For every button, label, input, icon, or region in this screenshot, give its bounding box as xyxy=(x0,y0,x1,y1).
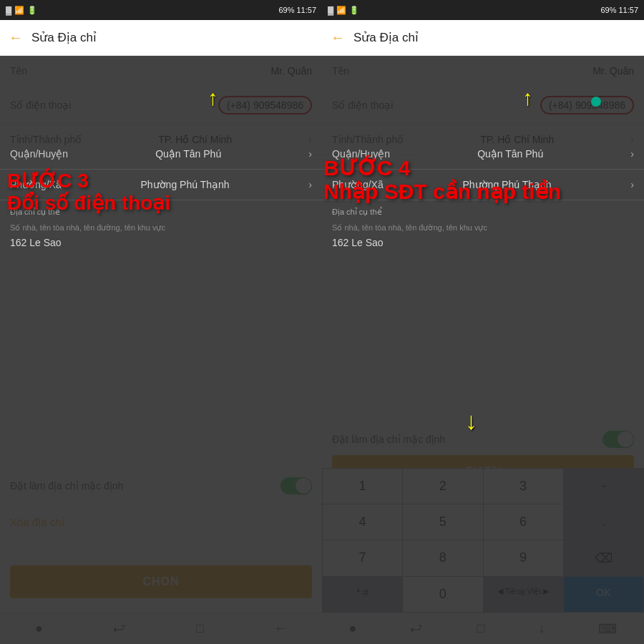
nav-title-left: Sửa Địa chỉ xyxy=(31,30,97,45)
battery-indicator: 🔋 xyxy=(27,6,37,15)
battery-indicator-right: 🔋 xyxy=(349,6,359,15)
status-left-icons: ▓ 📶 🔋 xyxy=(6,6,37,15)
left-panel: ▓ 📶 🔋 69% 11:57 ← Sửa Địa chỉ Tên Mr. Qu… xyxy=(0,0,322,644)
chevron-quan-right: › xyxy=(630,148,634,160)
overlay-label-quan-right: Quận/Huyện xyxy=(332,148,390,160)
battery-percent-left: 69% xyxy=(278,6,294,14)
right-panel: ▓ 📶 🔋 69% 11:57 ← Sửa Địa chỉ Tên Mr. Qu… xyxy=(322,0,644,644)
overlay-label-quan-left: Quận/Huyện xyxy=(10,148,68,160)
right-content: Tên Mr. Quân Số điện thoại (+84) 9095489… xyxy=(322,56,644,644)
signal-icon-right: 📶 xyxy=(336,6,346,15)
back-button-left[interactable]: ← xyxy=(9,29,23,46)
chevron-quan-left: › xyxy=(308,148,312,160)
overlay-label-phuong-right: Phường/Xã xyxy=(332,179,384,190)
status-left-icons-right: ▓ 📶 🔋 xyxy=(328,6,359,15)
address-value-left: 162 Le Sao xyxy=(10,237,62,248)
nav-bar-left: ← Sửa Địa chỉ xyxy=(0,20,322,56)
address-subhint-left: Số nhà, tên tòa nhà, tên đường, tên khu … xyxy=(10,223,165,232)
left-content: Tên Mr. Quân Số điện thoại (+84) 9095489… xyxy=(0,56,322,644)
time-right: 11:57 xyxy=(618,6,638,14)
signal-icon: 📶 xyxy=(14,6,24,15)
overlay-phuong-right[interactable]: Phường/Xã Phường Phú Thạnh › xyxy=(322,170,644,200)
chevron-phuong-left: › xyxy=(308,179,312,190)
battery-percent-right: 69% xyxy=(600,6,616,14)
overlay-quan-right[interactable]: Quận/Huyện Quận Tân Phú › xyxy=(322,139,644,170)
nav-title-right: Sửa Địa chỉ xyxy=(353,30,419,45)
overlay-value-quan-right: Quận Tân Phú xyxy=(477,148,543,160)
overlay-value-phuong-left: Phường Phú Thạnh xyxy=(141,179,230,190)
address-hint-right: Địa chỉ cụ thể xyxy=(332,208,382,216)
overlay-value-quan-left: Quận Tân Phú xyxy=(155,148,221,160)
status-right-info: 69% 11:57 xyxy=(278,6,316,14)
overlay-value-phuong-right: Phường Phú Thạnh xyxy=(463,179,552,190)
address-subhint-right: Số nhà, tên tòa nhà, tên đường, tên khu … xyxy=(332,223,487,232)
wifi-icon-right: ▓ xyxy=(328,6,333,14)
nav-bar-right: ← Sửa Địa chỉ xyxy=(322,20,644,56)
status-right-info-right: 69% 11:57 xyxy=(600,6,638,14)
back-button-right[interactable]: ← xyxy=(331,29,345,46)
status-bar-left: ▓ 📶 🔋 69% 11:57 xyxy=(0,0,322,20)
overlay-quan-left[interactable]: Quận/Huyện Quận Tân Phú › xyxy=(0,139,322,170)
time-left: 11:57 xyxy=(296,6,316,14)
address-value-right: 162 Le Sao xyxy=(332,237,384,248)
overlay-phuong-left[interactable]: Phường/Xã Phường Phú Thạnh › xyxy=(0,170,322,200)
chevron-phuong-right: › xyxy=(630,179,634,190)
overlay-label-phuong-left: Phường/Xã xyxy=(10,179,62,190)
wifi-icon: ▓ xyxy=(6,6,11,14)
dark-overlay-right: Quận/Huyện Quận Tân Phú › Phường/Xã Phườ… xyxy=(322,56,644,644)
address-hint-left: Địa chỉ cụ thể xyxy=(10,208,60,216)
status-bar-right: ▓ 📶 🔋 69% 11:57 xyxy=(322,0,644,20)
dark-overlay-left: Quận/Huyện Quận Tân Phú › Phường/Xã Phườ… xyxy=(0,56,322,644)
